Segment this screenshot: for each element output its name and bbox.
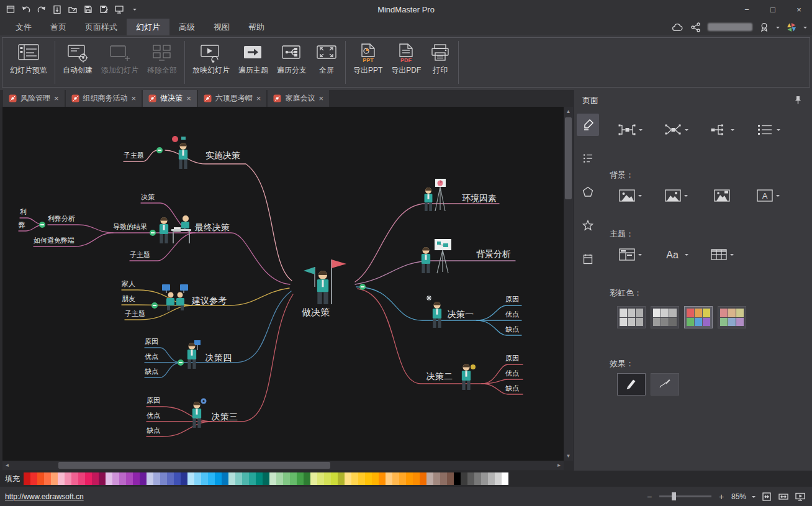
fill-swatch[interactable] [201,472,208,485]
fill-swatch[interactable] [392,472,399,485]
collapse-ribbon-icon[interactable] [803,27,807,30]
mindmap-node-n2g2[interactable]: 如何避免弊端 [34,237,74,245]
fill-swatch[interactable] [256,472,263,485]
share-icon[interactable] [690,22,701,33]
tab-close-icon[interactable]: × [186,94,191,103]
layout-balance-button[interactable] [656,116,697,143]
tab-close-icon[interactable]: × [54,94,59,103]
medal-icon[interactable] [759,22,770,33]
tab-close-icon[interactable]: × [256,94,261,103]
slideshow-button[interactable] [112,2,126,16]
fill-swatch[interactable] [276,472,283,485]
layout-mindmap-button[interactable] [610,116,651,143]
mindmap-node-n9c2[interactable]: 优点 [505,369,519,377]
zoom-out-button[interactable]: − [645,492,654,502]
fill-swatch[interactable] [420,472,426,485]
fill-swatch[interactable] [379,472,386,485]
slide-preview-button[interactable]: 幻灯片预览 [6,41,52,78]
fill-swatch[interactable] [112,472,119,485]
rainbow-preset-2[interactable] [651,306,679,328]
mindmap-node-n3c1[interactable]: 家人 [122,280,135,288]
zoom-slider-thumb[interactable] [672,492,676,500]
traverse-topics-button[interactable]: 遍历主题 [234,41,273,78]
fill-swatch[interactable] [119,472,126,485]
fill-swatch[interactable] [495,472,502,485]
fill-swatch[interactable] [24,472,30,485]
fill-swatch[interactable] [153,472,160,485]
fill-swatch[interactable] [297,472,304,485]
mindmap-node-n3c3[interactable]: 子主题 [125,310,145,318]
mindmap-node-n6[interactable]: 环境因素 [462,193,497,203]
theme-table-button[interactable] [701,241,742,268]
fill-swatch[interactable] [454,472,461,485]
presentation-mode-icon[interactable] [795,492,806,502]
mindmap-node-center[interactable]: 做决策 [302,307,330,317]
rainbow-preset-1[interactable] [617,306,646,328]
fill-swatch[interactable] [85,472,92,485]
fill-swatch[interactable] [386,472,392,485]
import-button[interactable] [50,2,64,16]
export-pdf-button[interactable]: PDF 导出PDF [387,41,425,78]
fill-swatch[interactable] [317,472,324,485]
mindmap-node-n3c2[interactable]: 朋友 [122,295,135,303]
minimize-button[interactable]: − [734,0,760,19]
mindmap-node-n5c2[interactable]: 优点 [147,412,160,420]
tab-help[interactable]: 帮助 [239,19,274,35]
scroll-right-arrow[interactable]: ► [554,461,564,470]
fill-swatch[interactable] [426,472,433,485]
undo-button[interactable] [19,2,33,16]
fill-swatch[interactable] [51,472,58,485]
fill-swatch[interactable] [310,472,317,485]
fill-swatch[interactable] [399,472,406,485]
fill-swatch[interactable] [208,472,215,485]
fill-swatch[interactable] [242,472,249,485]
fill-swatch[interactable] [358,472,365,485]
mindmap-node-n1[interactable]: 实施决策 [205,150,240,160]
scroll-down-arrow[interactable]: ▼ [564,451,573,461]
mindmap-node-n2g1[interactable]: 利弊分析 [48,215,75,223]
mindmap-node-n4c1[interactable]: 原因 [145,338,158,346]
fullscreen-button[interactable]: 全屏 [311,41,342,78]
fill-swatch[interactable] [345,472,351,485]
mindmap-node-n4c2[interactable]: 优点 [145,353,158,361]
close-button[interactable]: × [786,0,812,19]
fill-swatch[interactable] [331,472,338,485]
fill-swatch[interactable] [433,472,440,485]
mindmap-node-n8c2[interactable]: 优点 [505,310,519,319]
fill-swatch[interactable] [133,472,140,485]
export-ppt-button[interactable]: PPT 导出PPT [349,41,387,78]
pinwheel-icon[interactable] [786,22,797,33]
fill-swatch[interactable] [222,472,228,485]
mindmap-canvas[interactable]: 做决策实施决策子主题最终决策决策导致的结果子主题利弊分析利弊如何避免弊端建议参考… [2,107,564,461]
mindmap-node-n5c3[interactable]: 缺点 [147,427,160,435]
pin-icon[interactable] [792,95,803,105]
fill-swatch[interactable] [365,472,372,485]
fill-swatch[interactable] [488,472,495,485]
mindmap-node-n4c3[interactable]: 缺点 [145,368,158,376]
fill-swatch[interactable] [481,472,488,485]
add-slide-button[interactable]: 添加幻灯片 [97,41,143,78]
fill-swatch[interactable] [406,472,413,485]
fill-swatch[interactable] [290,472,297,485]
fill-swatch[interactable] [338,472,345,485]
fill-swatch[interactable] [37,472,44,485]
fill-swatch[interactable] [181,472,187,485]
fill-swatch[interactable] [99,472,106,485]
clipart-button[interactable] [577,181,599,203]
task-button[interactable] [577,248,599,270]
fill-swatch[interactable] [413,472,420,485]
tab-slides[interactable]: 幻灯片 [127,19,169,35]
fill-swatch[interactable] [140,472,147,485]
fill-swatch[interactable] [467,472,474,485]
mindmap-node-n9c3[interactable]: 缺点 [505,384,519,392]
doc-tab-business[interactable]: 组织商务活动 × [66,90,142,107]
effect-hand-drawn-button[interactable] [651,373,679,395]
mindmap-node-n9c1[interactable]: 原因 [505,355,519,363]
fill-swatch[interactable] [447,472,454,485]
fill-swatch[interactable] [324,472,331,485]
horizontal-scroll-thumb[interactable] [58,462,330,469]
maximize-button[interactable]: □ [760,0,786,19]
background-color-button[interactable] [610,182,651,209]
cloud-icon[interactable] [672,22,684,32]
fill-swatch[interactable] [147,472,153,485]
